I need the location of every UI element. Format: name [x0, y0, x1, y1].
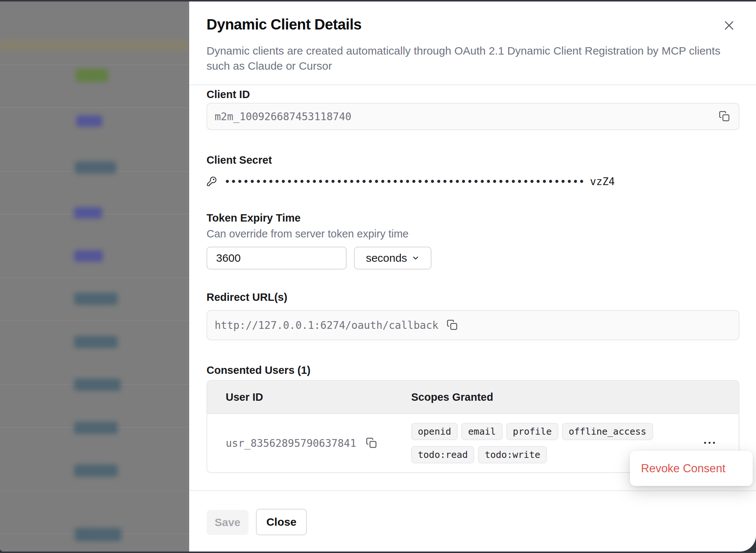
blurred-background-item — [76, 115, 102, 127]
drawer-description: Dynamic clients are created automaticall… — [207, 43, 723, 73]
close-drawer-button[interactable]: Close — [256, 509, 307, 535]
copy-icon — [447, 319, 458, 331]
client-secret-suffix: vzZ4 — [590, 175, 615, 188]
drawer-footer: Save Close — [189, 490, 756, 552]
user-id-cell: usr_83562895790637841 — [207, 437, 411, 449]
drawer-header: Dynamic Client Details Dynamic clients a… — [189, 1, 756, 85]
token-expiry-unit-value: seconds — [366, 252, 407, 264]
client-secret-masked: ••••••••••••••••••••••••••••••••••••••••… — [224, 175, 585, 188]
client-secret-label: Client Secret — [207, 154, 739, 166]
blurred-background-item — [75, 528, 121, 541]
blurred-background-item — [74, 336, 118, 348]
token-expiry-row: seconds — [207, 247, 739, 269]
column-header-scopes-granted: Scopes Granted — [411, 391, 691, 403]
blurred-background-item — [74, 422, 118, 434]
more-horizontal-icon — [703, 441, 716, 446]
copy-user-id-button[interactable] — [366, 437, 377, 449]
chevron-down-icon — [412, 254, 420, 262]
scope-badge: openid — [411, 423, 458, 440]
close-button[interactable] — [721, 17, 738, 35]
redirect-url-box: http://127.0.0.1:6274/oauth/callback — [207, 310, 739, 340]
consented-users-label: Consented Users (1) — [207, 364, 739, 376]
user-id-value: usr_83562895790637841 — [226, 437, 356, 449]
drawer-title: Dynamic Client Details — [207, 16, 721, 33]
copy-client-id-button[interactable] — [719, 111, 730, 123]
redirect-urls-section: Redirect URL(s) http://127.0.0.1:6274/oa… — [207, 291, 739, 340]
token-expiry-input[interactable] — [207, 247, 347, 269]
row-actions-button[interactable] — [703, 441, 716, 446]
redirect-url-value: http://127.0.0.1:6274/oauth/callback — [215, 319, 438, 331]
blurred-background-item — [74, 465, 118, 477]
drawer-body: Client ID m2m_100926687453118740 Client … — [189, 85, 756, 490]
copy-redirect-url-button[interactable] — [447, 319, 458, 331]
client-id-label: Client ID — [207, 88, 739, 101]
blurred-background-item — [76, 69, 108, 82]
blurred-background-item — [75, 161, 116, 174]
row-actions-menu: Revoke Consent — [630, 451, 753, 486]
blurred-background-item — [74, 250, 103, 262]
client-secret-section: Client Secret ••••••••••••••••••••••••••… — [207, 154, 739, 188]
scope-badge: offline_access — [562, 423, 653, 440]
scope-badge: email — [461, 423, 502, 440]
redirect-urls-label: Redirect URL(s) — [207, 291, 739, 303]
revoke-consent-menu-item[interactable]: Revoke Consent — [641, 462, 725, 475]
blurred-background-item — [74, 293, 118, 305]
token-expiry-section: Token Expiry Time Can override from serv… — [207, 212, 739, 269]
client-secret-row: ••••••••••••••••••••••••••••••••••••••••… — [207, 174, 739, 188]
blurred-background-item — [74, 207, 102, 219]
client-id-section: Client ID m2m_100926687453118740 — [207, 88, 739, 130]
token-expiry-label: Token Expiry Time — [207, 212, 739, 224]
blurred-background-item — [74, 379, 121, 391]
token-expiry-unit-select[interactable]: seconds — [354, 247, 431, 269]
token-expiry-helper: Can override from server token expiry ti… — [207, 227, 739, 240]
copy-icon — [719, 111, 730, 123]
close-icon — [723, 27, 735, 33]
scope-badge: profile — [506, 423, 558, 440]
scope-badge: todo:read — [411, 446, 474, 463]
table-header-row: User ID Scopes Granted — [207, 381, 739, 414]
copy-icon — [366, 437, 377, 449]
modal-backdrop[interactable] — [0, 1, 189, 552]
app-window: Dynamic Client Details Dynamic clients a… — [0, 1, 756, 552]
blurred-background-band — [0, 41, 189, 50]
save-button[interactable]: Save — [207, 510, 249, 535]
column-header-user-id: User ID — [207, 391, 411, 403]
scope-badge: todo:write — [478, 446, 547, 463]
key-icon — [207, 176, 217, 187]
client-id-value: m2m_100926687453118740 — [215, 111, 351, 123]
client-id-box: m2m_100926687453118740 — [207, 103, 739, 130]
